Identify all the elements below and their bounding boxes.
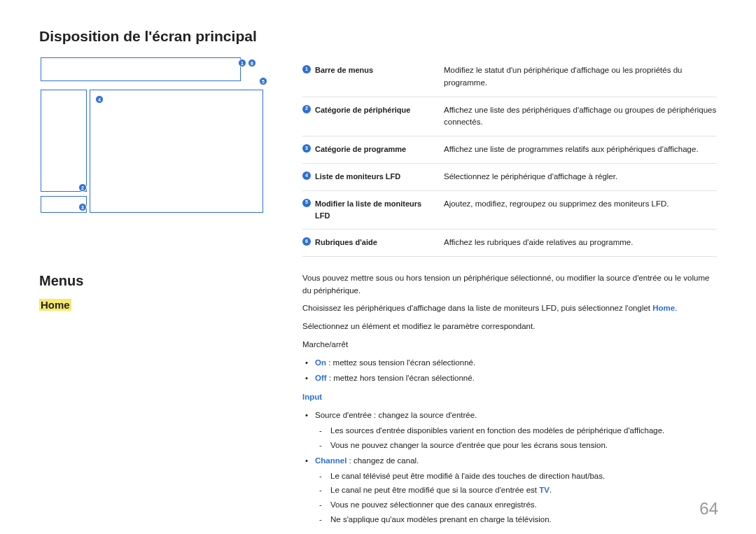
- wireframe-device-category-region: [41, 90, 87, 192]
- row-num-icon: 2: [302, 105, 311, 113]
- callout-3-icon: 3: [78, 203, 87, 211]
- row-num-icon: 5: [302, 199, 311, 207]
- row-label: Modifier la liste de moniteurs LFD: [315, 198, 435, 222]
- onoff-list: On : mettez sous tension l'écran sélecti…: [302, 357, 717, 385]
- row-label: Catégorie de programme: [315, 143, 406, 155]
- row-desc: Affichez les rubriques d'aide relatives …: [444, 237, 717, 249]
- content-row: 1 6 5 4 2 3 Menus Home 1 Barre de menus …: [39, 57, 717, 531]
- row-num-icon: 1: [302, 65, 311, 73]
- input-list: Source d'entrée : changez la source d'en…: [302, 409, 717, 526]
- row-num-icon: 4: [302, 171, 311, 180]
- table-row: 4 Liste de moniteurs LFD Sélectionnez le…: [302, 164, 717, 191]
- table-row: 2 Catégorie de périphérique Affichez une…: [302, 97, 717, 137]
- home-subheading: Home: [39, 299, 71, 311]
- home-keyword: Home: [652, 304, 675, 312]
- right-column: 1 Barre de menus Modifiez le statut d'un…: [302, 57, 717, 531]
- row-label: Catégorie de périphérique: [315, 104, 410, 116]
- row-desc: Affichez une liste de programmes relatif…: [444, 143, 717, 156]
- list-item: Vous ne pouvez sélectionner que des cana…: [330, 499, 717, 512]
- choose-paragraph: Choisissez les périphériques d'affichage…: [302, 302, 717, 315]
- select-paragraph: Sélectionnez un élément et modifiez le p…: [302, 321, 717, 333]
- tv-keyword: TV: [539, 486, 550, 494]
- wireframe-menubar-region: [41, 57, 241, 81]
- list-item: Le canal télévisé peut être modifié à l'…: [330, 470, 717, 483]
- row-num-icon: 3: [302, 144, 311, 153]
- callout-2-icon: 2: [78, 183, 87, 192]
- list-item: Vous ne pouvez changer la source d'entré…: [330, 440, 717, 452]
- row-desc: Sélectionnez le périphérique d'affichage…: [444, 171, 717, 183]
- list-item: On : mettez sous tension l'écran sélecti…: [315, 357, 717, 370]
- row-num-icon: 6: [302, 237, 311, 246]
- callout-5-icon: 5: [259, 77, 267, 85]
- callout-6-icon: 6: [248, 59, 256, 67]
- callout-1-icon: 1: [238, 59, 246, 67]
- table-row: 3 Catégorie de programme Affichez une li…: [302, 136, 717, 164]
- row-desc: Modifiez le statut d'un périphérique d'a…: [444, 64, 717, 90]
- off-keyword: Off: [315, 374, 327, 382]
- row-label: Liste de moniteurs LFD: [315, 171, 400, 183]
- row-label: Barre de menus: [315, 64, 373, 76]
- on-keyword: On: [315, 358, 326, 367]
- wireframe-monitor-list-region: [90, 90, 263, 213]
- menus-heading: Menus: [39, 273, 263, 289]
- callout-4-icon: 4: [95, 95, 104, 104]
- layout-wireframe: 1 6 5 4 2 3: [39, 57, 263, 225]
- marche-label: Marche/arrêt: [302, 339, 717, 351]
- table-row: 5 Modifier la liste de moniteurs LFD Ajo…: [302, 191, 717, 230]
- table-row: 1 Barre de menus Modifiez le statut d'un…: [302, 57, 717, 97]
- list-item: Le canal ne peut être modifié que si la …: [330, 484, 717, 497]
- list-item: Channel : changez de canal. Le canal tél…: [315, 455, 717, 526]
- body-text: Vous pouvez mettre sous ou hors tension …: [302, 272, 717, 526]
- row-desc: Ajoutez, modifiez, regroupez ou supprime…: [444, 198, 717, 222]
- row-label: Rubriques d'aide: [315, 237, 377, 248]
- input-heading: Input: [302, 391, 717, 404]
- definition-table: 1 Barre de menus Modifiez le statut d'un…: [302, 57, 717, 257]
- list-item: Off : mettez hors tension l'écran sélect…: [315, 372, 717, 385]
- list-item: Ne s'applique qu'aux modèles prenant en …: [330, 514, 717, 526]
- list-item: Les sources d'entrée disponibles varient…: [330, 425, 717, 437]
- row-desc: Affichez une liste des périphériques d'a…: [444, 104, 717, 129]
- page-number: 64: [699, 499, 718, 519]
- page-title: Disposition de l'écran principal: [39, 28, 717, 45]
- list-item: Source d'entrée : changez la source d'en…: [315, 409, 717, 451]
- left-column: 1 6 5 4 2 3 Menus Home: [39, 57, 263, 531]
- table-row: 6 Rubriques d'aide Affichez les rubrique…: [302, 230, 717, 257]
- channel-keyword: Channel: [315, 456, 346, 465]
- intro-paragraph: Vous pouvez mettre sous ou hors tension …: [302, 272, 717, 297]
